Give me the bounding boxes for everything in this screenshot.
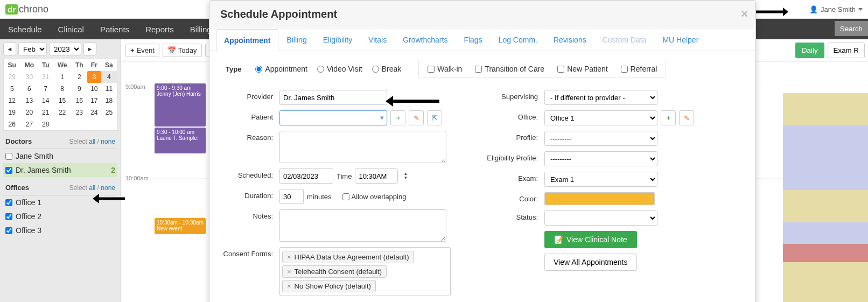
- calendar-day[interactable]: 16: [72, 95, 87, 107]
- calendar-day[interactable]: 30: [20, 71, 38, 83]
- doctors-select-none[interactable]: none: [101, 138, 115, 145]
- status-select[interactable]: [544, 210, 657, 226]
- duration-input[interactable]: [279, 189, 304, 204]
- allow-overlap-checkbox[interactable]: Allow overlapping: [342, 193, 407, 201]
- calendar-day[interactable]: 19: [4, 107, 20, 118]
- offices-select-all[interactable]: all: [89, 184, 95, 192]
- open-patient-button[interactable]: ⇱: [427, 110, 442, 125]
- calendar-day[interactable]: 23: [72, 107, 87, 118]
- calendar-day[interactable]: 9: [72, 83, 87, 95]
- calendar-day[interactable]: 27: [20, 118, 38, 131]
- calendar-day[interactable]: 20: [20, 107, 38, 118]
- scheduled-date-input[interactable]: [279, 168, 333, 184]
- calendar-day[interactable]: [87, 118, 101, 131]
- calendar-day[interactable]: 7: [38, 83, 53, 95]
- calendar-day[interactable]: 14: [38, 95, 53, 107]
- modal-tab[interactable]: Eligibility: [315, 29, 360, 51]
- reason-textarea[interactable]: [279, 131, 446, 163]
- type-video-radio[interactable]: Video Visit: [317, 65, 362, 73]
- scheduled-time-input[interactable]: [355, 168, 398, 184]
- nav-reports[interactable]: Reports: [145, 25, 174, 34]
- calendar-day[interactable]: 2: [72, 71, 87, 83]
- today-button[interactable]: 📅Today: [163, 44, 202, 57]
- type-break-radio[interactable]: Break: [372, 65, 402, 73]
- nav-clinical[interactable]: Clinical: [58, 25, 84, 34]
- exam-select[interactable]: Exam 1: [544, 172, 657, 187]
- calendar-day[interactable]: [72, 118, 87, 131]
- nav-schedule[interactable]: Schedule: [8, 25, 42, 34]
- calendar-day[interactable]: 24: [87, 107, 101, 118]
- calendar-day[interactable]: 18: [101, 95, 117, 107]
- type-appointment-radio[interactable]: Appointment: [255, 65, 307, 73]
- calendar-day[interactable]: [53, 118, 72, 131]
- offices-select-none[interactable]: none: [101, 184, 115, 192]
- calendar-day[interactable]: 21: [38, 107, 53, 118]
- modal-tab[interactable]: Revisions: [545, 29, 594, 51]
- calendar-day[interactable]: 29: [4, 71, 20, 83]
- referral-checkbox[interactable]: Referral: [621, 65, 657, 73]
- office-row[interactable]: Office 2: [3, 209, 117, 223]
- calendar-day[interactable]: 5: [4, 83, 20, 95]
- calendar-day[interactable]: 11: [101, 83, 117, 95]
- doctors-select-all[interactable]: all: [89, 138, 95, 145]
- doctor-row[interactable]: Dr. James Smith2: [3, 163, 117, 177]
- time-stepper[interactable]: ▲▼: [403, 172, 408, 180]
- provider-input[interactable]: [279, 90, 387, 105]
- calendar-day[interactable]: 4: [101, 71, 117, 83]
- nav-patients[interactable]: Patients: [100, 25, 129, 34]
- calendar-day[interactable]: 3: [87, 71, 101, 83]
- calendar-day[interactable]: 26: [4, 118, 20, 131]
- modal-tab[interactable]: Custom Data: [594, 29, 655, 51]
- add-event-button[interactable]: +Event: [125, 44, 159, 57]
- edit-office-button[interactable]: ✎: [679, 110, 694, 125]
- consent-tag[interactable]: × HIPAA Data Use Agreement (default): [282, 251, 414, 263]
- modal-tab[interactable]: MU Helper: [654, 29, 706, 51]
- prev-month-button[interactable]: ◄: [3, 43, 16, 55]
- calendar-event[interactable]: 9:30 - 10:00 amLaurie T. Sample:: [155, 128, 206, 153]
- modal-tab[interactable]: Appointment: [216, 29, 278, 51]
- modal-tab[interactable]: Growthcharts: [395, 29, 456, 51]
- calendar-day[interactable]: [101, 118, 117, 131]
- office-row[interactable]: Office 3: [3, 223, 117, 237]
- calendar-day[interactable]: 8: [53, 83, 72, 95]
- calendar-day[interactable]: 1: [53, 71, 72, 83]
- calendar-event[interactable]: 9:00 - 9:30 amJenny (Jen) Harris: [155, 83, 206, 127]
- modal-tab[interactable]: Flags: [456, 29, 490, 51]
- calendar-day[interactable]: 25: [101, 107, 117, 118]
- dropdown-icon[interactable]: ▾: [380, 114, 384, 122]
- color-picker[interactable]: [544, 192, 655, 205]
- remove-tag-icon[interactable]: ×: [287, 268, 291, 276]
- profile-select[interactable]: ---------: [544, 131, 657, 146]
- calendar-day[interactable]: 28: [38, 118, 53, 131]
- edit-patient-button[interactable]: ✎: [409, 110, 424, 125]
- nav-billing[interactable]: Billing: [190, 25, 212, 34]
- add-patient-button[interactable]: ＋: [390, 110, 405, 125]
- view-all-appointments-button[interactable]: View All Appointments: [544, 254, 637, 271]
- mini-calendar[interactable]: SuMoTuWeThFrSa 2930311234567891011121314…: [3, 59, 117, 131]
- notes-textarea[interactable]: [279, 209, 446, 242]
- consent-forms-box[interactable]: × HIPAA Data Use Agreement (default)× Te…: [279, 247, 451, 296]
- month-select[interactable]: Feb: [18, 43, 47, 55]
- daily-view-button[interactable]: Daily: [795, 43, 824, 58]
- patient-input[interactable]: [279, 110, 387, 125]
- walkin-checkbox[interactable]: Walk-in: [428, 65, 462, 73]
- office-select[interactable]: Office 1: [544, 110, 657, 125]
- modal-tab[interactable]: Vitals: [360, 29, 395, 51]
- transition-checkbox[interactable]: Transition of Care: [475, 65, 544, 73]
- search-button[interactable]: Search: [835, 21, 868, 36]
- add-office-button[interactable]: ＋: [661, 110, 676, 125]
- next-month-button[interactable]: ►: [83, 43, 96, 55]
- consent-tag[interactable]: × Telehealth Consent (default): [282, 265, 387, 278]
- modal-tab[interactable]: Billing: [278, 29, 314, 51]
- new-patient-checkbox[interactable]: New Patient: [557, 65, 607, 73]
- calendar-event[interactable]: 10:30am - 10:30amNew event: [155, 218, 206, 234]
- close-icon[interactable]: ×: [741, 7, 748, 21]
- calendar-day[interactable]: 10: [87, 83, 101, 95]
- elig-profile-select[interactable]: ---------: [544, 151, 657, 166]
- exam-view-button[interactable]: Exam R: [828, 43, 865, 58]
- supervising-select[interactable]: - If different to provider -: [544, 90, 657, 105]
- calendar-day[interactable]: 31: [38, 71, 53, 83]
- doctor-row[interactable]: Jane Smith: [3, 149, 117, 163]
- calendar-day[interactable]: 6: [20, 83, 38, 95]
- modal-tab[interactable]: Log Comm.: [491, 29, 545, 51]
